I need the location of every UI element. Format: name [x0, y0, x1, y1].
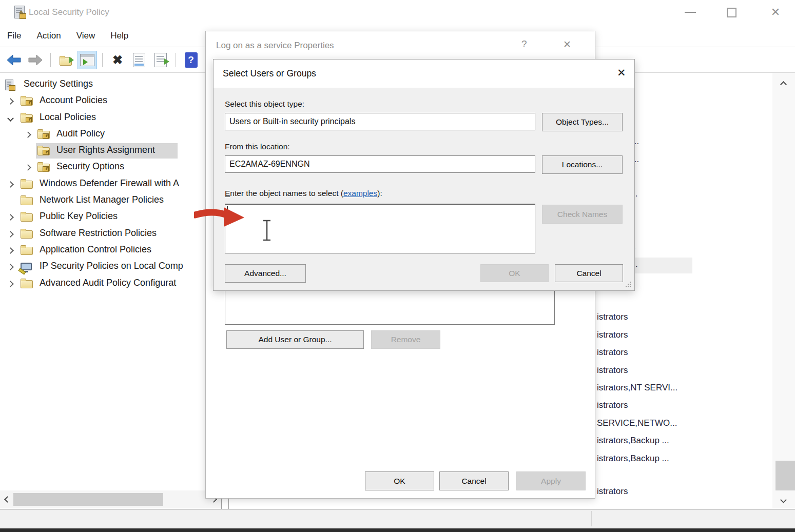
bottom-strip [0, 528, 795, 532]
delete-icon[interactable]: ✖ [108, 51, 127, 69]
examples-link[interactable]: examples [343, 189, 377, 198]
tree-item-application-control[interactable]: Application Control Policies [0, 243, 222, 259]
toolbar-separator [50, 53, 51, 67]
tree-item-local-policies[interactable]: Local Policies [0, 110, 222, 127]
locations-button[interactable]: Locations... [542, 155, 623, 174]
chevron-right-icon[interactable] [7, 181, 14, 188]
apply-button: Apply [516, 471, 586, 490]
dialog-close-icon[interactable]: ✕ [563, 38, 571, 50]
menu-file[interactable]: File [0, 31, 29, 41]
maximize-button[interactable] [719, 0, 744, 25]
advanced-button[interactable]: Advanced... [225, 264, 306, 283]
dialog-title: Log on as a service Properties [216, 41, 334, 51]
tree-item-user-rights-assignment[interactable]: User Rights Assignment [0, 143, 222, 160]
scroll-down-icon[interactable] [780, 497, 787, 503]
ok-button[interactable]: OK [365, 471, 434, 490]
chevron-right-icon[interactable] [7, 231, 14, 238]
list-item[interactable]: istrators [597, 486, 628, 500]
toolbar-separator [176, 53, 176, 67]
chevron-right-icon[interactable] [7, 98, 14, 105]
chevron-right-icon[interactable] [25, 131, 31, 138]
tree-item-network-list-manager[interactable]: Network List Manager Policies [0, 193, 222, 209]
list-item[interactable]: istrators [597, 365, 628, 379]
folder-icon [21, 195, 34, 207]
forward-icon[interactable] [26, 51, 45, 69]
location-field[interactable] [225, 155, 535, 173]
scroll-left-icon[interactable] [4, 496, 11, 503]
horizontal-scroll-thumb[interactable] [13, 493, 163, 506]
list-item[interactable]: istrators [597, 312, 628, 325]
chevron-right-icon[interactable] [7, 214, 14, 221]
help-icon[interactable]: ? [181, 51, 201, 69]
list-item[interactable]: istrators [597, 400, 628, 413]
folder-icon [21, 179, 34, 190]
dialog-close-icon[interactable]: ✕ [617, 67, 626, 79]
computer-key-icon [21, 262, 34, 273]
tree-item-public-key-policies[interactable]: Public Key Policies [0, 209, 222, 226]
chevron-down-icon[interactable] [7, 115, 14, 122]
export-list-icon[interactable] [151, 51, 170, 69]
chevron-right-icon[interactable] [7, 247, 14, 254]
back-icon[interactable] [4, 51, 24, 69]
toolbar-separator [102, 53, 103, 67]
menu-action[interactable]: Action [29, 31, 68, 41]
folder-icon [21, 279, 34, 290]
folder-icon [21, 245, 34, 257]
tree-item-ip-security-policies[interactable]: IP Security Policies on Local Comp [0, 259, 222, 275]
minimize-button[interactable] [677, 0, 703, 25]
assigned-users-listbox[interactable] [225, 285, 555, 325]
list-item[interactable]: istrators [597, 330, 628, 343]
red-arrow-annotation [194, 203, 247, 231]
console-tree-pane: Security Settings Account Policies Local… [0, 73, 222, 509]
list-item[interactable]: istrators,Backup ... [597, 454, 669, 467]
tree-item-audit-policy[interactable]: Audit Policy [0, 127, 222, 143]
ok-button: OK [480, 264, 549, 282]
tree-item-advanced-audit-policy[interactable]: Advanced Audit Policy Configurat [0, 276, 222, 292]
tree-item-security-settings[interactable]: Security Settings [0, 77, 222, 93]
show-console-tree-icon[interactable] [77, 51, 97, 69]
list-item[interactable]: istrators [597, 347, 628, 361]
add-user-or-group-button[interactable]: Add User or Group... [226, 330, 364, 349]
chevron-right-icon[interactable] [25, 164, 31, 171]
cancel-button[interactable]: Cancel [555, 264, 623, 282]
resize-grip[interactable] [625, 281, 631, 287]
folder-lock-icon [21, 113, 34, 124]
chevron-right-icon[interactable] [7, 281, 14, 287]
scroll-up-icon[interactable] [780, 81, 787, 88]
vertical-scrollbar[interactable] [772, 73, 795, 509]
list-item[interactable]: SERVICE,NETWO... [597, 418, 677, 431]
remove-button: Remove [371, 330, 440, 349]
horizontal-scrollbar[interactable] [0, 490, 221, 509]
close-button[interactable]: ✕ [763, 0, 788, 25]
chevron-right-icon[interactable] [7, 264, 14, 270]
folder-icon [21, 212, 34, 223]
vertical-scroll-thumb[interactable] [775, 461, 795, 490]
tree-item-software-restriction[interactable]: Software Restriction Policies [0, 226, 222, 243]
object-type-field[interactable] [225, 113, 535, 130]
status-bar-divider [591, 511, 592, 526]
tree-item-account-policies[interactable]: Account Policies [0, 93, 222, 110]
properties-icon[interactable] [129, 51, 149, 69]
folder-lock-icon [21, 96, 34, 107]
menu-help[interactable]: Help [103, 31, 136, 41]
location-label: From this location: [225, 142, 290, 151]
list-item[interactable]: istrators,NT SERVI... [597, 383, 677, 396]
menu-view[interactable]: View [69, 31, 103, 41]
check-names-button: Check Names [542, 205, 623, 224]
status-bar [0, 509, 795, 528]
object-type-label: Select this object type: [225, 100, 304, 109]
app-icon-lock [20, 11, 23, 14]
cancel-button[interactable]: Cancel [439, 471, 509, 490]
locations-button-label: Locations... [562, 160, 603, 169]
security-settings-icon [4, 80, 17, 91]
title-bar: Local Security Policy ✕ [0, 0, 795, 25]
tree-item-windows-defender-firewall[interactable]: Windows Defender Firewall with A [0, 176, 222, 193]
dialog-help-icon[interactable]: ? [521, 38, 527, 50]
folder-lock-icon [37, 129, 51, 141]
export-folder-icon[interactable] [56, 51, 75, 69]
list-item[interactable]: istrators,Backup ... [597, 436, 669, 449]
folder-lock-icon [37, 146, 51, 157]
folder-lock-icon [37, 162, 51, 173]
object-types-button[interactable]: Object Types... [542, 113, 623, 131]
tree-item-security-options[interactable]: Security Options [0, 160, 222, 176]
